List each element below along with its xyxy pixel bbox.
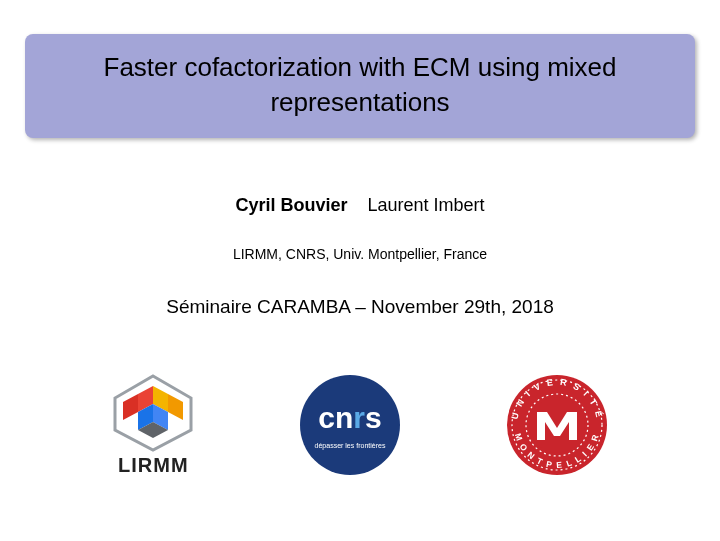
- lirmm-label: LIRMM: [118, 454, 189, 477]
- cnrs-logo: cnrs dépasser les frontières: [295, 370, 405, 480]
- title-box: Faster cofactorization with ECM using mi…: [25, 34, 695, 138]
- svg-marker-5: [123, 394, 138, 420]
- univ-montpellier-logo: U N I V E R S I T É M O N T P E L L I E …: [502, 370, 612, 480]
- lirmm-logo: LIRMM: [108, 374, 198, 477]
- affiliation: LIRMM, CNRS, Univ. Montpellier, France: [0, 246, 720, 262]
- authors-line: Cyril Bouvier Laurent Imbert: [0, 195, 720, 216]
- cnrs-icon: cnrs dépasser les frontières: [295, 370, 405, 480]
- seminar-line: Séminaire CARAMBA – November 29th, 2018: [0, 296, 720, 318]
- univ-montpellier-icon: U N I V E R S I T É M O N T P E L L I E …: [502, 370, 612, 480]
- lirmm-icon: [108, 374, 198, 452]
- title-slide: Faster cofactorization with ECM using mi…: [0, 0, 720, 541]
- svg-text:cnrs: cnrs: [318, 401, 381, 434]
- author-secondary: Laurent Imbert: [368, 195, 485, 215]
- slide-title: Faster cofactorization with ECM using mi…: [45, 50, 675, 120]
- svg-marker-2: [168, 394, 183, 420]
- author-primary: Cyril Bouvier: [235, 195, 347, 215]
- svg-text:dépasser les frontières: dépasser les frontières: [315, 442, 386, 450]
- logo-row: LIRMM cnrs dépasser les frontières: [0, 360, 720, 490]
